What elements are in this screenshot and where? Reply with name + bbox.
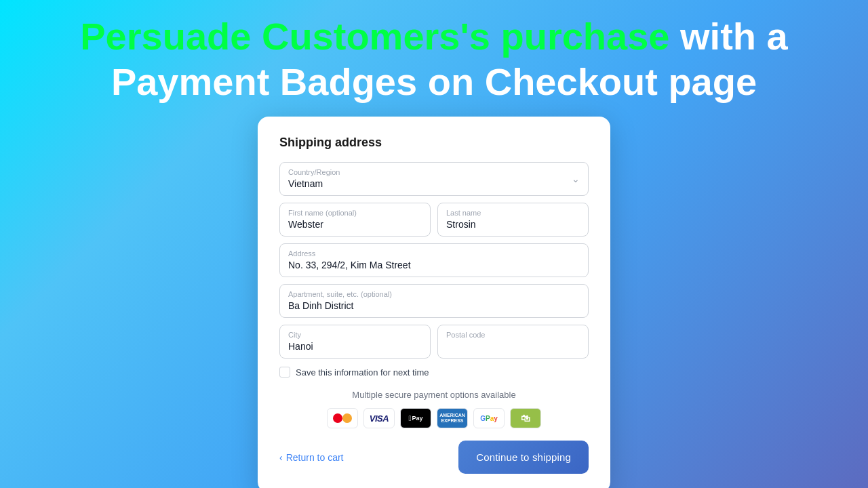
city-postal-row: City Postal code bbox=[279, 325, 589, 359]
postal-input[interactable] bbox=[446, 341, 580, 352]
mastercard-badge bbox=[327, 408, 358, 428]
mc-red-circle bbox=[333, 413, 342, 423]
shopify-icon: 🛍 bbox=[521, 413, 530, 424]
name-row: First name (optional) Last name bbox=[279, 203, 589, 237]
continue-to-shipping-button[interactable]: Continue to shipping bbox=[458, 441, 589, 474]
applepay-badge:  Pay bbox=[400, 408, 431, 428]
postal-label: Postal code bbox=[446, 331, 580, 339]
payment-badges: VISA  Pay AMERICANEXPRESS GPay bbox=[279, 408, 589, 428]
last-name-group: Last name bbox=[437, 203, 589, 237]
mastercard-icon bbox=[333, 412, 352, 424]
save-info-label[interactable]: Save this information for next time bbox=[296, 367, 429, 378]
save-info-checkbox[interactable] bbox=[279, 367, 290, 378]
gpay-g: G bbox=[480, 415, 486, 422]
apple-logo-icon:  bbox=[408, 415, 411, 422]
checkout-card: Shipping address Country/Region Vietnam … bbox=[258, 117, 610, 488]
headline-green: Persuade Customers's purchase bbox=[80, 15, 669, 58]
gpay-p: P bbox=[486, 415, 490, 422]
visa-text: VISA bbox=[370, 413, 389, 424]
save-info-row: Save this information for next time bbox=[279, 367, 589, 378]
country-label: Country/Region bbox=[288, 168, 580, 176]
city-wrap: City bbox=[279, 325, 431, 359]
gpay-text: GPay bbox=[480, 415, 498, 422]
last-name-label: Last name bbox=[446, 209, 580, 217]
country-field-group: Country/Region Vietnam ⌄ bbox=[279, 162, 589, 196]
applepay-text:  Pay bbox=[408, 415, 422, 422]
return-to-cart-link[interactable]: ‹ Return to cart bbox=[279, 452, 344, 463]
amex-badge: AMERICANEXPRESS bbox=[437, 408, 468, 428]
city-group: City bbox=[279, 325, 431, 359]
apartment-input[interactable] bbox=[288, 300, 580, 311]
last-name-input[interactable] bbox=[446, 219, 580, 230]
mc-orange-circle bbox=[342, 413, 352, 423]
amex-text: AMERICANEXPRESS bbox=[439, 413, 465, 424]
gpay-y: y bbox=[494, 415, 498, 422]
address-group: Address bbox=[279, 243, 589, 277]
gpay-badge: GPay bbox=[473, 408, 505, 428]
address-input[interactable] bbox=[288, 260, 580, 270]
address-wrap: Address bbox=[279, 243, 589, 277]
visa-badge: VISA bbox=[363, 408, 395, 428]
card-footer: ‹ Return to cart Continue to shipping bbox=[279, 441, 589, 474]
headline: Persuade Customers's purchase with a Pay… bbox=[80, 14, 787, 104]
first-name-group: First name (optional) bbox=[279, 203, 431, 237]
card-title: Shipping address bbox=[279, 136, 589, 150]
pay-text: Pay bbox=[412, 415, 423, 422]
country-select-wrap: Country/Region Vietnam ⌄ bbox=[279, 162, 589, 196]
apartment-group: Apartment, suite, etc. (optional) bbox=[279, 284, 589, 318]
city-label: City bbox=[288, 331, 422, 339]
last-name-wrap: Last name bbox=[437, 203, 589, 237]
city-input[interactable] bbox=[288, 341, 422, 352]
first-name-input[interactable] bbox=[288, 219, 422, 230]
apartment-wrap: Apartment, suite, etc. (optional) bbox=[279, 284, 589, 318]
postal-group: Postal code bbox=[437, 325, 589, 359]
address-label: Address bbox=[288, 249, 580, 258]
headline-white2: Payment Badges on Checkout page bbox=[111, 60, 757, 103]
country-select[interactable]: Vietnam bbox=[288, 178, 580, 189]
first-name-wrap: First name (optional) bbox=[279, 203, 431, 237]
postal-wrap: Postal code bbox=[437, 325, 589, 359]
payment-title: Multiple secure payment options availabl… bbox=[279, 390, 589, 400]
shopify-badge: 🛍 bbox=[510, 408, 541, 428]
payment-section: Multiple secure payment options availabl… bbox=[279, 390, 589, 428]
first-name-label: First name (optional) bbox=[288, 209, 422, 217]
apartment-label: Apartment, suite, etc. (optional) bbox=[288, 290, 580, 298]
return-to-cart-label: Return to cart bbox=[286, 452, 344, 463]
headline-white1: with a bbox=[680, 15, 788, 58]
chevron-left-icon: ‹ bbox=[279, 452, 283, 463]
